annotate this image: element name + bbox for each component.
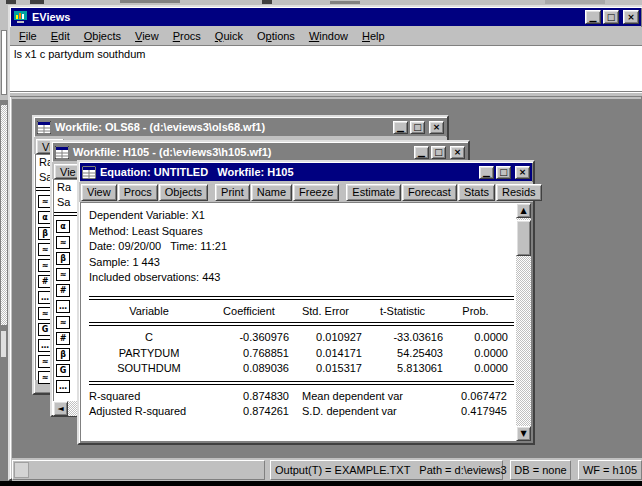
menu-item-view[interactable]: View <box>128 28 166 44</box>
equation-title-bar[interactable]: Equation: UNTITLED Workfile: H105 ▁□× <box>80 163 532 181</box>
menu-item-window[interactable]: Window <box>302 28 355 44</box>
table-cell: 0.089036 <box>209 361 289 377</box>
estimate-button[interactable]: Estimate <box>346 184 401 201</box>
print-button[interactable]: Print <box>215 184 250 201</box>
table-row: C-0.3609760.010927-33.036160.0000 <box>89 330 516 346</box>
menu-item-procs[interactable]: Procs <box>166 28 208 44</box>
command-splitter[interactable] <box>10 92 642 97</box>
output-line: Date: 09/20/00 Time: 11:21 <box>89 239 516 255</box>
matrix-icon[interactable]: # <box>56 332 70 345</box>
maximize-icon: □ <box>413 123 422 132</box>
table-cell: -33.03616 <box>362 330 443 346</box>
maximize-button[interactable]: □ <box>496 166 511 179</box>
view-button[interactable]: View <box>81 184 117 201</box>
equation-vertical-scrollbar[interactable]: ▲ ▼ <box>516 203 531 441</box>
column-header: t-Statistic <box>362 304 443 320</box>
equation-window-controls: ▁□× <box>479 166 530 179</box>
stats-cell: 0.874830 <box>229 389 289 405</box>
workfile-h105-title: Workfile: H105 - (d:\eviews3\h105.wf1) <box>73 146 271 158</box>
freeze-button[interactable]: Freeze <box>293 184 339 201</box>
matrix-icon[interactable]: # <box>56 284 70 297</box>
equation-window[interactable]: Equation: UNTITLED Workfile: H105 ▁□× Vi… <box>77 160 535 445</box>
stats-button[interactable]: Stats <box>458 184 495 201</box>
screen: EViews ▁□× FileEditObjectsViewProcsQuick… <box>0 0 642 486</box>
column-header: Prob. <box>443 304 508 320</box>
status-wf-panel[interactable]: WF = h105 <box>578 460 642 480</box>
menu-item-options[interactable]: Options <box>250 28 302 44</box>
forecast-button[interactable]: Forecast <box>402 184 457 201</box>
minimize-button[interactable]: ▁ <box>393 121 408 134</box>
minimize-button[interactable]: ▁ <box>414 146 429 159</box>
main-title-bar[interactable]: EViews ▁□× <box>11 8 641 26</box>
menu-item-file[interactable]: File <box>12 28 44 44</box>
eviews-main-window: EViews ▁□× FileEditObjectsViewProcsQuick… <box>8 5 642 481</box>
maximize-button[interactable]: □ <box>603 10 619 24</box>
menu-item-edit[interactable]: Edit <box>44 28 77 44</box>
close-button[interactable]: × <box>623 10 639 24</box>
series-icon[interactable]: ≈ <box>56 316 70 329</box>
status-db: DB = none <box>514 464 566 476</box>
objects-button[interactable]: Objects <box>159 184 208 201</box>
close-button[interactable]: × <box>429 121 444 134</box>
table-cell: 0.0000 <box>443 361 508 377</box>
stats-cell: 0.067472 <box>452 389 507 405</box>
series-icon[interactable]: ≈ <box>56 268 70 281</box>
name-button[interactable]: Name <box>251 184 292 201</box>
equation-title: Equation: UNTITLED Workfile: H105 <box>100 166 294 178</box>
stats-cell: Mean dependent var <box>302 389 452 405</box>
alpha-icon[interactable]: α <box>56 220 70 233</box>
group-icon[interactable]: G <box>56 364 70 377</box>
app-title: EViews <box>32 11 70 23</box>
table-cell: 5.813061 <box>362 361 443 377</box>
column-header: Coefficient <box>209 304 289 320</box>
table-row: SOUTHDUM0.0890360.0153175.8130610.0000 <box>89 361 516 377</box>
maximize-icon: □ <box>499 168 508 177</box>
scroll-down-icon: ▼ <box>520 429 526 438</box>
table-cell: 0.014171 <box>289 346 362 362</box>
command-window[interactable]: ls x1 c partydum southdum <box>10 46 642 92</box>
maximize-button[interactable]: □ <box>410 121 425 134</box>
scroll-up-button[interactable]: ▲ <box>516 203 531 218</box>
series-icon[interactable]: ≈ <box>56 236 70 249</box>
scroll-left-icon: ◄ <box>57 404 63 413</box>
status-db-panel[interactable]: DB = none <box>510 460 571 480</box>
resids-button[interactable]: Resids <box>496 184 542 201</box>
output-line: Included observations: 443 <box>89 270 516 286</box>
scroll-down-button[interactable]: ▼ <box>516 426 531 441</box>
stats-cell: Adjusted R-squared <box>89 404 229 420</box>
table-cell: 0.010927 <box>289 330 362 346</box>
maximize-icon: □ <box>607 13 616 22</box>
close-button[interactable]: × <box>450 146 465 159</box>
genr-icon[interactable]: … <box>56 380 70 393</box>
table-header-row: VariableCoefficientStd. Errort-Statistic… <box>89 304 516 320</box>
coef-icon[interactable]: β <box>56 348 70 361</box>
workfile-h105-title-bar[interactable]: Workfile: H105 - (d:\eviews3\h105.wf1) ▁… <box>53 143 467 161</box>
maximize-button[interactable]: □ <box>431 146 446 159</box>
coef-icon[interactable]: β <box>56 252 70 265</box>
minimize-button[interactable]: ▁ <box>585 10 601 24</box>
close-button[interactable]: × <box>515 166 530 179</box>
column-header: Std. Error <box>289 304 362 320</box>
output-line: Sample: 1 443 <box>89 255 516 271</box>
genr-icon[interactable]: … <box>56 300 70 313</box>
table-cell: -0.360976 <box>209 330 289 346</box>
status-output-panel: Output(T) = EXAMPLE.TXT Path = d:\eviews… <box>270 460 503 480</box>
stats-cell: R-squared <box>89 389 229 405</box>
scroll-left-button[interactable]: ◄ <box>53 401 68 416</box>
regression-header: Dependent Variable: X1Method: Least Squa… <box>89 208 516 286</box>
menu-item-help[interactable]: Help <box>355 28 392 44</box>
scrollbar-thumb[interactable] <box>516 220 531 256</box>
main-window-controls: ▁□× <box>585 10 639 24</box>
stats-cell: S.D. dependent var <box>302 404 452 420</box>
menu-item-quick[interactable]: Quick <box>208 28 250 44</box>
status-left-box <box>14 462 29 478</box>
background-window-fragment <box>0 5 8 481</box>
scrollbar-track[interactable] <box>516 256 531 426</box>
menu-item-objects[interactable]: Objects <box>77 28 128 44</box>
procs-button[interactable]: Procs <box>118 184 158 201</box>
minimize-button[interactable]: ▁ <box>479 166 494 179</box>
workfile-ols68-title-bar[interactable]: Workfile: OLS68 - (d:\eviews3\ols68.wf1)… <box>35 118 446 136</box>
equation-icon <box>82 166 96 179</box>
status-wf: WF = h105 <box>583 464 637 476</box>
stats-row: R-squared0.874830Mean dependent var0.067… <box>89 389 516 405</box>
